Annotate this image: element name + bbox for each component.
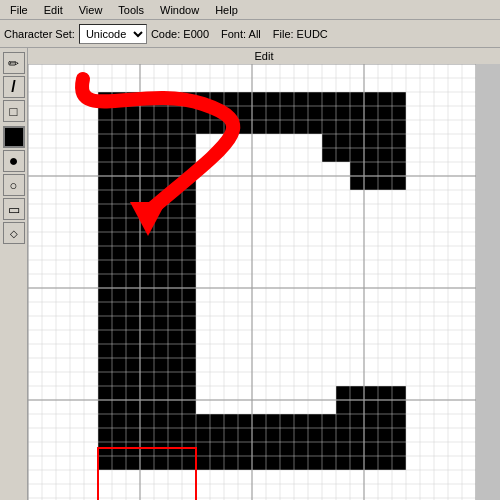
pencil-tool[interactable]: ✏ xyxy=(3,52,25,74)
line-tool[interactable]: / xyxy=(3,76,25,98)
eraser-tool[interactable]: ◇ xyxy=(3,222,25,244)
menu-tools[interactable]: Tools xyxy=(112,2,150,18)
menu-file[interactable]: File xyxy=(4,2,34,18)
menu-view[interactable]: View xyxy=(73,2,109,18)
menu-help[interactable]: Help xyxy=(209,2,244,18)
edit-area[interactable]: Edit + xyxy=(28,48,500,500)
menu-bar: File Edit View Tools Window Help xyxy=(0,0,500,20)
color-box[interactable] xyxy=(3,126,25,148)
code-label: Code: E000 xyxy=(151,28,209,40)
rect-select-tool[interactable]: ▭ xyxy=(3,198,25,220)
file-label: File: EUDC xyxy=(273,28,328,40)
font-label: Font: All xyxy=(221,28,261,40)
pixel-grid[interactable] xyxy=(28,64,476,500)
charset-label: Character Set: xyxy=(4,28,75,40)
charset-select[interactable]: Unicode Shift-JIS xyxy=(79,24,147,44)
menu-edit[interactable]: Edit xyxy=(38,2,69,18)
rect-outline-tool[interactable]: □ xyxy=(3,100,25,122)
menu-window[interactable]: Window xyxy=(154,2,205,18)
toolbar: Character Set: Unicode Shift-JIS Code: E… xyxy=(0,20,500,48)
ellipse-fill-tool[interactable]: ● xyxy=(3,150,25,172)
main-area: ✏ / □ ● ○ ▭ ◇ Edit + xyxy=(0,48,500,500)
canvas-container xyxy=(28,64,500,500)
edit-title: Edit xyxy=(28,48,500,64)
left-toolbar: ✏ / □ ● ○ ▭ ◇ xyxy=(0,48,28,500)
ellipse-outline-tool[interactable]: ○ xyxy=(3,174,25,196)
